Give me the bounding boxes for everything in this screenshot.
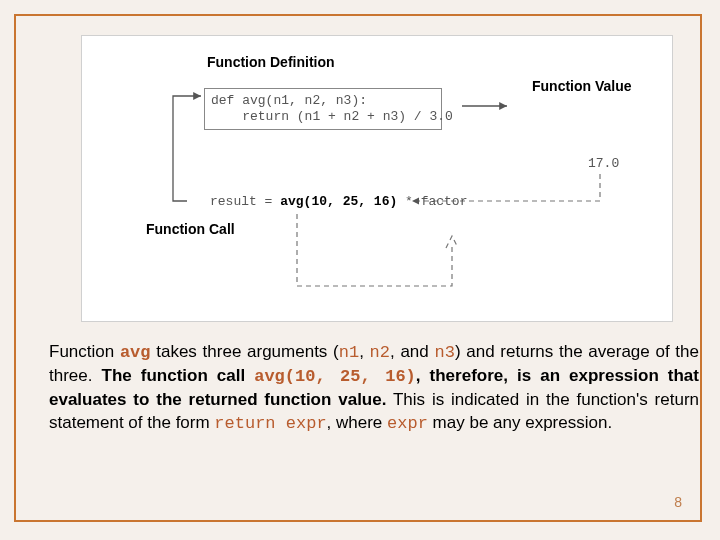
- code-def-line1: def avg(n1, n2, n3):: [211, 93, 435, 109]
- code-definition-box: def avg(n1, n2, n3): return (n1 + n2 + n…: [204, 88, 442, 130]
- diagram-figure: Function Definition Function Value Funct…: [81, 35, 673, 322]
- explanation-paragraph: Function avg takes three arguments (n1, …: [49, 341, 699, 436]
- label-function-value: Function Value: [532, 78, 632, 94]
- code-call-bold: avg(10, 25, 16): [280, 194, 397, 209]
- code-def-line2: return (n1 + n2 + n3) / 3.0: [211, 109, 435, 125]
- label-function-call: Function Call: [146, 221, 235, 237]
- code-call-post: * factor: [397, 194, 467, 209]
- code-call-pre: result =: [210, 194, 280, 209]
- code-call-line: result = avg(10, 25, 16) * factor: [210, 194, 467, 209]
- slide-frame: Function Definition Function Value Funct…: [14, 14, 702, 522]
- page-number: 8: [674, 494, 682, 510]
- label-function-definition: Function Definition: [207, 54, 335, 70]
- return-value: 17.0: [588, 156, 619, 171]
